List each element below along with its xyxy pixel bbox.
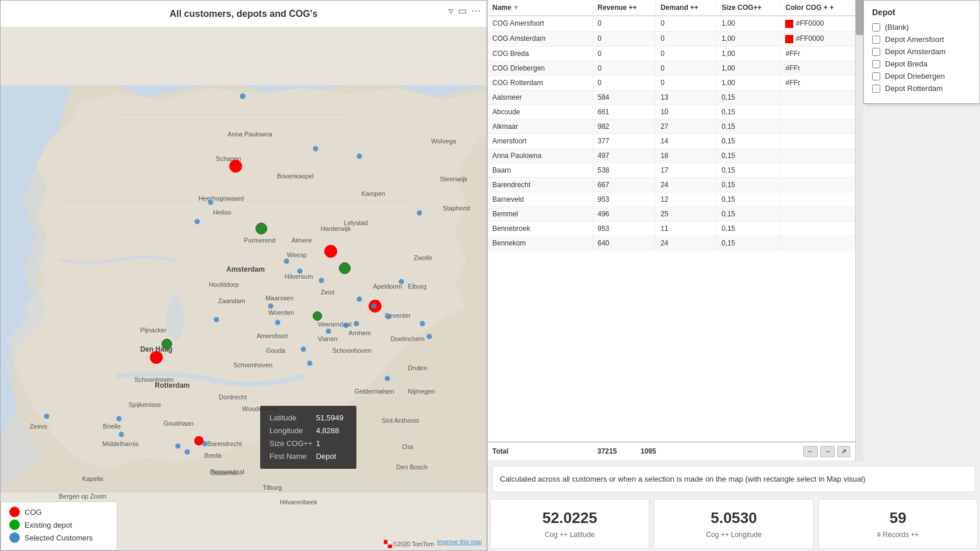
expand-button[interactable]: ▭	[458, 5, 467, 16]
col-size-cog[interactable]: Size COG++	[716, 0, 780, 16]
cell-revenue: 0	[593, 75, 656, 90]
improve-map-link[interactable]: Improve this map	[437, 539, 482, 545]
svg-text:Geldermalsen: Geldermalsen	[355, 388, 394, 395]
table-row[interactable]: Abcoude661100,15	[488, 104, 855, 119]
depot-filter-item[interactable]: Depot Rotterdam	[872, 84, 971, 93]
table-row[interactable]: COG Breda001,00#FFr	[488, 46, 855, 61]
cell-color-cog	[780, 206, 855, 221]
table-row[interactable]: COG Rotterdam001,00#FFr	[488, 75, 855, 90]
depot-checkbox[interactable]	[872, 85, 880, 93]
table-row[interactable]: Alkmaar982270,15	[488, 119, 855, 134]
total-btn-2[interactable]: →	[820, 446, 835, 457]
cell-color-cog	[780, 148, 855, 163]
cell-color-cog	[780, 119, 855, 134]
table-row[interactable]: Barendrecht667240,15	[488, 177, 855, 192]
tooltip-lat-value: 51,5949	[316, 412, 347, 424]
cell-color-cog: #FFr	[780, 46, 855, 61]
cell-demand: 0	[656, 75, 716, 90]
svg-text:Veenendaal: Veenendaal	[318, 321, 352, 328]
total-btn-1[interactable]: ←	[803, 446, 818, 457]
tomtom-logo: ©2020 TomTom	[384, 540, 434, 548]
sort-name: ▼	[513, 3, 520, 12]
tooltip-name-value: Depot	[316, 450, 347, 463]
table-row[interactable]: COG Amersfoort001,00#FF0000	[488, 16, 855, 31]
table-row[interactable]: COG Amsterdam001,00#FF0000	[488, 31, 855, 46]
svg-text:Amersfoort: Amersfoort	[257, 332, 288, 339]
svg-text:Vianen: Vianen	[318, 335, 338, 342]
cell-size-cog: 0,15	[716, 163, 780, 177]
legend-label-depot: Existing depot	[24, 521, 72, 529]
map-toolbar: ▿ ▭ ⋯	[449, 5, 481, 16]
stat-value-records: 59	[890, 509, 907, 527]
svg-text:Kampen: Kampen	[362, 190, 386, 197]
filter-button[interactable]: ▿	[449, 5, 453, 16]
table-row[interactable]: Baarn538170,15	[488, 163, 855, 177]
svg-text:Schoonhoven: Schoonhoven	[332, 347, 372, 354]
scrollbar-thumb[interactable]	[856, 0, 863, 35]
map-watermark: ©2020 TomTom Improve this map	[384, 539, 482, 549]
cell-demand: 27	[656, 119, 716, 134]
total-btn-3[interactable]: ↗	[837, 446, 850, 457]
svg-text:Almere: Almere	[292, 237, 312, 244]
totals-demand: 1095	[640, 447, 681, 455]
depot-checkbox[interactable]	[872, 23, 880, 31]
col-color-cog[interactable]: Color COG + +	[780, 0, 855, 16]
depot-items: (Blank)Depot AmersfoortDepot AmsterdamDe…	[872, 23, 971, 93]
depot-checkbox[interactable]	[872, 72, 880, 80]
depot-filter-item[interactable]: (Blank)	[872, 23, 971, 31]
cell-name: Amersfoort	[488, 134, 593, 148]
table-row[interactable]: Bemmel496250,15	[488, 206, 855, 221]
cell-size-cog: 0,15	[716, 119, 780, 134]
cell-name: Anna Paulowna	[488, 148, 593, 163]
depot-filter-item[interactable]: Depot Amersfoort	[872, 35, 971, 44]
cell-name: Bemmel	[488, 206, 593, 221]
cell-size-cog: 1,00	[716, 46, 780, 61]
table-row[interactable]: Amersfoort377140,15	[488, 134, 855, 148]
svg-text:Amsterdam: Amsterdam	[226, 265, 265, 273]
cell-demand: 0	[656, 46, 716, 61]
svg-text:Harderwijk: Harderwijk	[321, 225, 351, 232]
table-row[interactable]: Barneveld953120,15	[488, 192, 855, 206]
svg-text:Zeist: Zeist	[321, 289, 335, 296]
table-row[interactable]: COG Driebergen001,00#FFr	[488, 61, 855, 75]
totals-row: Total 37215 1095 ← → ↗	[488, 441, 855, 461]
col-name[interactable]: Name▼	[488, 0, 593, 16]
depot-filter-item[interactable]: Depot Breda	[872, 59, 971, 68]
stat-value-longitude: 5.0530	[710, 509, 757, 527]
table-row[interactable]: Anna Paulowna497180,15	[488, 148, 855, 163]
map-background[interactable]: Anna Paulowna Schagen Bovenkaspel Heerhu…	[1, 27, 487, 550]
table-wrapper[interactable]: Name▼ Revenue ++ Demand ++ Size COG++ Co…	[488, 0, 855, 441]
table-row[interactable]: Bennebroek953110,15	[488, 221, 855, 236]
svg-point-3	[166, 294, 184, 341]
depot-label: (Blank)	[885, 23, 909, 31]
svg-text:Maarssen: Maarssen	[265, 294, 293, 301]
stat-card-latitude: 52.0225 Cog ++ Latitude	[490, 499, 649, 549]
more-button[interactable]: ⋯	[471, 5, 481, 16]
table-row[interactable]: Aalsmeer584130,15	[488, 90, 855, 104]
table-scrollbar[interactable]	[855, 0, 863, 461]
main-container: All customers, depots and COG's ▿ ▭ ⋯	[0, 0, 980, 551]
col-revenue[interactable]: Revenue ++	[593, 0, 656, 16]
stat-card-records: 59 # Records ++	[818, 499, 978, 549]
cell-size-cog: 1,00	[716, 75, 780, 90]
depot-filter-item[interactable]: Depot Driebergen	[872, 72, 971, 80]
depot-checkbox[interactable]	[872, 60, 880, 68]
col-demand[interactable]: Demand ++	[656, 0, 716, 16]
cell-revenue: 538	[593, 163, 656, 177]
table-row[interactable]: Bennekom640240,15	[488, 236, 855, 250]
stats-row: 52.0225 Cog ++ Latitude 5.0530 Cog ++ Lo…	[488, 497, 980, 551]
cell-name: Barendrecht	[488, 177, 593, 192]
depot-filter-item[interactable]: Depot Amsterdam	[872, 47, 971, 56]
cell-demand: 0	[656, 31, 716, 46]
legend-label-customers: Selected Customers	[24, 534, 93, 542]
cell-name: COG Breda	[488, 46, 593, 61]
cell-name: COG Driebergen	[488, 61, 593, 75]
depot-checkbox[interactable]	[872, 36, 880, 44]
table-section: Name▼ Revenue ++ Demand ++ Size COG++ Co…	[488, 0, 855, 461]
depot-checkbox[interactable]	[872, 48, 880, 56]
tooltip-lon-value: 4,8288	[316, 424, 347, 437]
svg-text:Bergen op Zoom: Bergen op Zoom	[59, 493, 107, 500]
cell-color-cog: #FF0000	[780, 16, 855, 31]
cell-size-cog: 0,15	[716, 177, 780, 192]
cell-revenue: 0	[593, 31, 656, 46]
